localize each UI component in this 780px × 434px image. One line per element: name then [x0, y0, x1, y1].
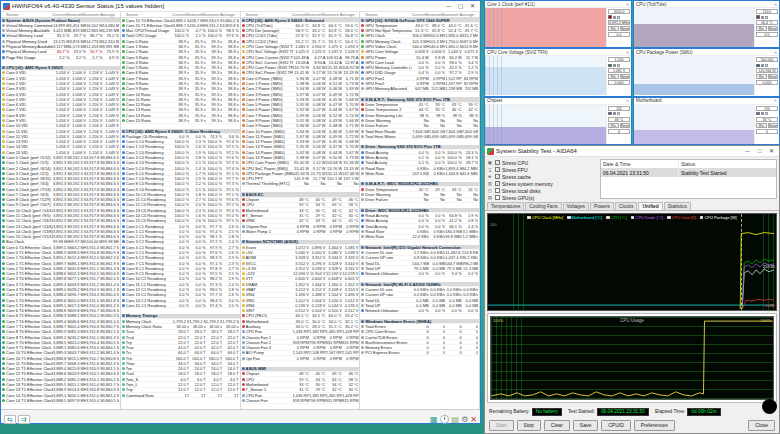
- series-color-swatch[interactable]: [756, 112, 760, 116]
- autofit-checkbox[interactable]: [617, 64, 620, 67]
- close-icon[interactable]: ✕: [774, 98, 777, 103]
- sensor-row[interactable]: Core 14 T1 Effective Clock3,888.5 MHz397…: [1, 398, 120, 403]
- sensor-row[interactable]: Network Utilization0.0 %0.0 %0.0 %0.0 %: [360, 308, 479, 313]
- close-icon[interactable]: ✕: [774, 2, 777, 7]
- sensor-row[interactable]: GPU Memory Allocated647 MB512 MB1,238 MB…: [360, 87, 479, 92]
- autofit-checkbox[interactable]: [617, 16, 620, 19]
- graph-min-input[interactable]: 0.000: [608, 80, 630, 85]
- expand-arrows-icon[interactable]: ⇉: [18, 415, 30, 424]
- show-checkbox[interactable]: [613, 16, 616, 19]
- maximize-icon[interactable]: ▢: [455, 2, 466, 10]
- sensor-row[interactable]: Drive FailureNoNoNoNo: [360, 198, 479, 203]
- settings-gears-icon[interactable]: ⚙: [461, 415, 468, 424]
- stress-checkbox[interactable]: ✓: [495, 181, 500, 186]
- graph-min-input[interactable]: 0.000: [756, 80, 778, 85]
- reset-button[interactable]: Reset: [620, 26, 631, 31]
- close-icon[interactable]: ✕: [774, 50, 777, 55]
- sensor-row[interactable]: Network Utilization0.0 %0.0 %9.4 %0.2 %: [360, 272, 479, 277]
- tab-voltages[interactable]: Voltages: [563, 202, 589, 210]
- rx-button[interactable]: Rx: [756, 74, 767, 79]
- autofit-checkbox[interactable]: [765, 64, 768, 67]
- rx-button[interactable]: Rx: [608, 123, 619, 128]
- graph-window-titlebar[interactable]: CPU Core Voltage (SVI2 TFN)✕: [485, 49, 631, 56]
- reset-button[interactable]: Reset: [768, 123, 779, 128]
- clock-icon[interactable]: 🕐: [440, 415, 450, 424]
- save-button[interactable]: Save: [573, 420, 598, 431]
- sensor-row[interactable]: Chassis Fan818 RPM796 RPM831 RPM815 RPM: [241, 398, 360, 403]
- show-checkbox[interactable]: [613, 64, 616, 67]
- graph-max-input[interactable]: 4500.0: [608, 9, 630, 14]
- stop-button[interactable]: Stop: [517, 420, 541, 431]
- series-color-swatch[interactable]: [756, 64, 760, 68]
- tab-cooling-fans[interactable]: Cooling Fans: [525, 202, 561, 210]
- graph-window-titlebar[interactable]: Core 1 Clock (perf #1/1)✕: [485, 1, 631, 8]
- graph-max-input[interactable]: 110.0: [756, 9, 778, 14]
- sensor-row[interactable]: Core 15 C1 Residency0.0 %0.0 %97.4 %2.5 …: [121, 303, 240, 308]
- series-color-swatch[interactable]: [608, 15, 612, 19]
- graph-max-input[interactable]: 110: [756, 106, 778, 111]
- tab-temperatures[interactable]: Temperatures: [487, 202, 524, 210]
- close-icon[interactable]: ✕: [766, 147, 777, 155]
- graph-min-input[interactable]: 0.0: [608, 32, 630, 37]
- hwinfo-titlebar[interactable]: HWiNFO64 v6.40-4330 Sensor Status [15 va…: [1, 1, 480, 12]
- sensor-row[interactable]: Opt Fan0 RPM0 RPM0 RPM0 RPM: [241, 356, 360, 361]
- reset-button[interactable]: Reset: [620, 74, 631, 79]
- series-color-swatch[interactable]: [608, 112, 612, 116]
- status-table-row[interactable]: 06.04.2021 23:31:50 Stability Test Start…: [601, 169, 776, 177]
- show-checkbox[interactable]: [761, 64, 764, 67]
- sensor-row[interactable]: Page File Usage5.2 %3.2 %5.7 %4.9 %: [1, 55, 120, 60]
- autofit-checkbox[interactable]: [765, 112, 768, 115]
- show-checkbox[interactable]: [761, 16, 764, 19]
- graph-window-titlebar[interactable]: CPU Package Power (SMU)✕: [634, 49, 779, 56]
- graph-window-titlebar[interactable]: Chipset✕: [485, 98, 631, 105]
- graph-min-input[interactable]: 0: [608, 129, 630, 134]
- log-icon[interactable]: ▤: [452, 415, 460, 424]
- cpuid-button[interactable]: CPUID: [601, 420, 631, 431]
- sensor-row[interactable]: Command Rate1T1T1T1T: [121, 393, 240, 398]
- tab-clocks[interactable]: Clocks: [615, 202, 637, 210]
- preferences-button[interactable]: Preferences: [634, 420, 675, 431]
- sensor-row[interactable]: Core 15 Ratio38.9 x35.9 x39.3 x38.8 x: [121, 118, 240, 123]
- sensor-row[interactable]: Total Host Writes5,699 GB5,699 GB5,699 G…: [360, 134, 479, 139]
- tab-powers[interactable]: Powers: [590, 202, 614, 210]
- graph-min-input[interactable]: 0: [756, 129, 778, 134]
- graph-max-input[interactable]: 500.000: [756, 57, 778, 62]
- rx-button[interactable]: Rx: [756, 26, 767, 31]
- stress-checkbox[interactable]: ✓: [495, 174, 500, 179]
- show-checkbox[interactable]: [761, 112, 764, 115]
- maximize-icon[interactable]: □: [754, 147, 765, 155]
- graph-window-titlebar[interactable]: CPU (Tctl/Tdie)✕: [634, 1, 779, 8]
- sensor-row[interactable]: Write Rate12.4 KB/s0 KB/s96.8 MB/s1.2 MB…: [360, 235, 479, 240]
- reset-button[interactable]: Reset: [620, 123, 631, 128]
- sensor-row[interactable]: Thermal Throttling (HTC)NoNoNoNo: [241, 182, 360, 187]
- close-red-icon[interactable]: ✕: [470, 415, 477, 424]
- graph-min-input[interactable]: 0.0: [756, 32, 778, 37]
- reset-button[interactable]: Reset: [768, 74, 779, 79]
- close-button[interactable]: Close: [748, 420, 775, 431]
- collapse-arrows-icon[interactable]: ⇆: [4, 415, 16, 424]
- tab-unified[interactable]: Unified: [638, 202, 662, 210]
- stress-checkbox[interactable]: [495, 188, 500, 193]
- close-icon[interactable]: ✕: [626, 98, 629, 103]
- close-icon[interactable]: ✕: [626, 50, 629, 55]
- minimize-icon[interactable]: ─: [443, 2, 454, 10]
- sensor-row[interactable]: PCI Express Errors0000: [360, 351, 479, 356]
- sensor-row[interactable]: Write Rate247.5 KB/s0 KB/s1,344.8 MB/s41…: [360, 171, 479, 176]
- show-checkbox[interactable]: [613, 112, 616, 115]
- sensor-layout-icon[interactable]: ▦: [430, 415, 438, 424]
- stress-checkbox[interactable]: ✓: [495, 160, 500, 165]
- series-color-swatch[interactable]: [756, 15, 760, 19]
- tab-statistics[interactable]: Statistics: [664, 202, 691, 210]
- autofit-checkbox[interactable]: [617, 112, 620, 115]
- rx-button[interactable]: Rx: [608, 74, 619, 79]
- close-icon[interactable]: ✕: [626, 2, 629, 7]
- stress-checkbox[interactable]: [495, 195, 500, 200]
- graph-max-input[interactable]: 110: [608, 106, 630, 111]
- minimize-icon[interactable]: ─: [742, 147, 753, 155]
- stress-checkbox[interactable]: ✓: [495, 167, 500, 172]
- autofit-checkbox[interactable]: [765, 16, 768, 19]
- graph-max-input[interactable]: 1.500: [608, 57, 630, 62]
- graph-window-titlebar[interactable]: Motherboard✕: [634, 98, 779, 105]
- aida-titlebar[interactable]: System Stability Test - AIDA64 ─ □ ✕: [485, 146, 779, 157]
- rx-button[interactable]: Rx: [608, 26, 619, 31]
